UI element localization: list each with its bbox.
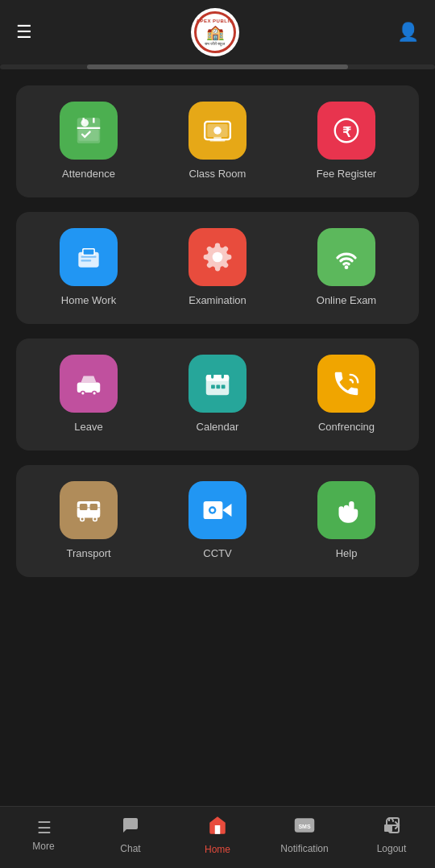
- transport-icon: [60, 481, 118, 539]
- leave-icon: [60, 355, 118, 413]
- svg-point-35: [93, 517, 96, 520]
- svg-text:₹: ₹: [342, 124, 351, 140]
- attendence-item[interactable]: Attendence: [44, 102, 133, 181]
- chat-icon: [121, 816, 140, 840]
- conferencing-label: Confrencing: [318, 421, 375, 434]
- attendence-label: Attendence: [62, 168, 115, 181]
- app-header: ☰ APEX PUBLIC 🏫 सभ जीतें स्कूल 👤: [0, 0, 435, 64]
- notification-icon: SMS: [293, 816, 316, 840]
- help-item[interactable]: Help: [302, 481, 391, 561]
- calendar-item[interactable]: Calendar: [173, 355, 262, 434]
- svg-rect-29: [80, 504, 88, 510]
- onlineexam-icon: [317, 228, 375, 286]
- home-label: Home: [205, 844, 230, 855]
- home-icon: [207, 815, 228, 841]
- nav-chat[interactable]: Chat: [87, 816, 174, 854]
- feeregister-label: Fee Register: [317, 168, 376, 181]
- svg-point-34: [81, 517, 84, 520]
- onlineexam-label: Online Exam: [317, 294, 376, 308]
- transport-label: Transport: [66, 547, 110, 561]
- examination-label: Examination: [188, 294, 246, 308]
- homework-icon: [60, 228, 118, 286]
- grid-row-1: Attendence Class Room ₹ Fee: [16, 85, 419, 197]
- user-profile-icon[interactable]: 👤: [397, 22, 419, 43]
- leave-item[interactable]: Leave: [44, 355, 133, 434]
- svg-point-15: [345, 265, 349, 269]
- nav-home[interactable]: Home: [174, 815, 261, 855]
- help-icon: [317, 481, 375, 539]
- more-label: More: [32, 841, 54, 852]
- svg-rect-2: [78, 129, 98, 140]
- leave-label: Leave: [74, 421, 102, 434]
- app-logo: APEX PUBLIC 🏫 सभ जीतें स्कूल: [191, 8, 239, 56]
- scroll-indicator: [0, 64, 435, 69]
- classroom-label: Class Room: [189, 168, 246, 181]
- svg-rect-27: [222, 384, 226, 388]
- svg-rect-16: [77, 382, 101, 392]
- feeregister-icon: ₹: [317, 102, 375, 160]
- svg-point-19: [81, 392, 84, 394]
- svg-rect-14: [81, 260, 92, 261]
- svg-rect-26: [216, 384, 220, 388]
- examination-item[interactable]: Examination: [173, 228, 262, 308]
- svg-point-7: [213, 127, 222, 135]
- notification-label: Notification: [280, 843, 328, 854]
- attendence-icon: [60, 102, 118, 160]
- cctv-item[interactable]: CCTV: [173, 481, 262, 561]
- examination-icon: [188, 228, 246, 286]
- grid-row-2: Home Work Examination: [16, 212, 419, 324]
- onlineexam-item[interactable]: Online Exam: [302, 228, 391, 308]
- svg-point-1: [81, 119, 89, 127]
- cctv-label: CCTV: [203, 547, 231, 561]
- nav-more[interactable]: ☰ More: [0, 818, 87, 852]
- main-content: Attendence Class Room ₹ Fee: [0, 77, 435, 806]
- classroom-icon: [188, 102, 246, 160]
- svg-rect-41: [384, 824, 392, 832]
- grid-row-3: Leave Calendar: [16, 338, 419, 451]
- svg-rect-12: [84, 249, 94, 254]
- homework-label: Home Work: [61, 294, 116, 308]
- logout-label: Logout: [377, 843, 407, 854]
- bottom-navigation: ☰ More Chat Home SMS Notification: [0, 806, 435, 868]
- logout-icon: [382, 816, 401, 840]
- svg-rect-13: [81, 255, 97, 257]
- help-label: Help: [336, 547, 358, 561]
- svg-text:SMS: SMS: [298, 824, 311, 829]
- nav-notification[interactable]: SMS Notification: [261, 816, 348, 854]
- calendar-label: Calendar: [197, 421, 239, 434]
- svg-rect-30: [90, 504, 98, 510]
- nav-logout[interactable]: Logout: [348, 816, 435, 854]
- svg-rect-22: [206, 375, 230, 381]
- conferencing-icon: [317, 355, 375, 413]
- conferencing-item[interactable]: Confrencing: [302, 355, 391, 434]
- svg-rect-31: [77, 510, 101, 514]
- grid-row-4: Transport CCTV Help: [16, 465, 419, 577]
- svg-point-20: [93, 392, 96, 394]
- transport-item[interactable]: Transport: [44, 481, 133, 561]
- cctv-icon: [188, 481, 246, 539]
- feeregister-item[interactable]: ₹ Fee Register: [302, 102, 391, 181]
- svg-point-38: [210, 508, 214, 512]
- more-icon: ☰: [37, 818, 51, 837]
- svg-rect-25: [211, 384, 215, 388]
- svg-rect-6: [210, 139, 226, 141]
- classroom-item[interactable]: Class Room: [173, 102, 262, 181]
- calendar-icon: [188, 355, 246, 413]
- menu-icon[interactable]: ☰: [16, 22, 32, 43]
- chat-label: Chat: [120, 843, 140, 854]
- homework-item[interactable]: Home Work: [44, 228, 133, 308]
